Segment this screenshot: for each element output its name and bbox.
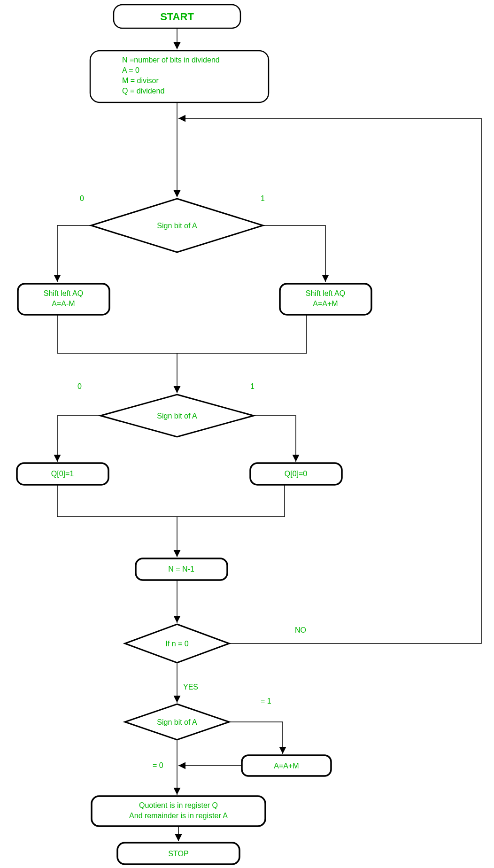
dec2-right: 1 <box>250 382 255 390</box>
init-l2: A = 0 <box>122 66 139 74</box>
init-l4: Q = dividend <box>122 87 164 95</box>
stop-label: STOP <box>168 850 188 858</box>
dec1-label: Sign bit of A <box>157 222 197 230</box>
start-label: START <box>160 11 194 23</box>
shift-left-aq-minus <box>18 284 109 315</box>
dec4-eq1: = 1 <box>261 697 271 705</box>
result-box <box>92 796 265 826</box>
shiftR-l2: A=A+M <box>313 300 338 308</box>
dec1-left: 0 <box>80 194 84 202</box>
init-l3: M = divisor <box>122 77 159 85</box>
dec2-label: Sign bit of A <box>157 412 197 420</box>
result-l2: And remainder is in register A <box>129 812 228 820</box>
result-l1: Quotient is in register Q <box>139 801 218 809</box>
dec3-label: If n = 0 <box>165 640 188 648</box>
dec4-eq0: = 0 <box>153 761 163 769</box>
dec3-no: NO <box>295 626 306 634</box>
dec1-right: 1 <box>261 194 265 202</box>
dec3-yes: YES <box>183 683 198 691</box>
qR: Q[0]=0 <box>285 470 308 478</box>
qL: Q[0]=1 <box>51 470 74 478</box>
shiftL-l2: A=A-M <box>52 300 75 308</box>
dec2-left: 0 <box>77 382 82 390</box>
shiftR-l1: Shift left AQ <box>306 289 345 297</box>
shift-left-aq-plus <box>280 284 371 315</box>
shiftL-l1: Shift left AQ <box>44 289 83 297</box>
dec4-label: Sign bit of A <box>157 718 197 726</box>
init-l1: N =number of bits in dividend <box>122 56 220 64</box>
restore: A=A+M <box>274 762 299 770</box>
decr: N = N-1 <box>168 565 194 573</box>
